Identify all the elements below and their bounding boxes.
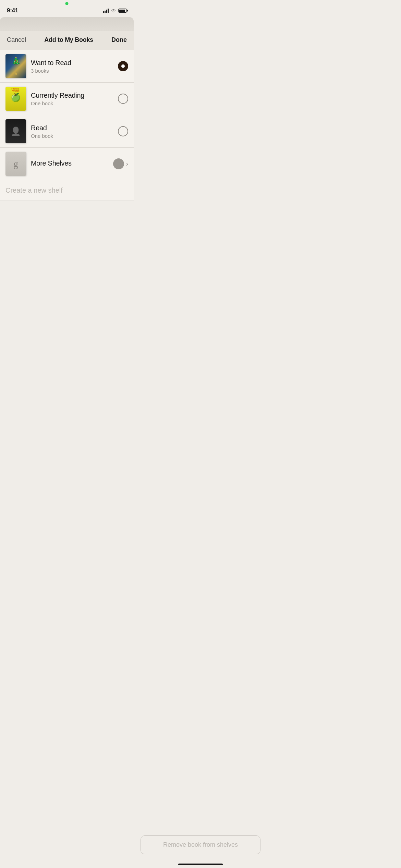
status-bar: 9:41 bbox=[0, 0, 134, 17]
shelf-name-want-to-read: Want to Read bbox=[31, 59, 118, 67]
shelf-item-currently-reading[interactable]: FREAKO-NOMICS 🍏 Currently Reading One bo… bbox=[0, 83, 134, 115]
shelf-radio-more-shelves[interactable] bbox=[113, 158, 124, 169]
empty-content-area bbox=[0, 201, 134, 338]
battery-icon bbox=[118, 9, 127, 13]
shelf-thumbnail-want-to-read bbox=[5, 54, 26, 78]
wifi-icon bbox=[111, 9, 116, 13]
shelf-name-more-shelves: More Shelves bbox=[31, 159, 72, 167]
shelf-radio-want-to-read[interactable] bbox=[118, 61, 128, 71]
create-shelf-row[interactable]: Create a new shelf bbox=[0, 180, 134, 201]
shelf-count-currently-reading: One book bbox=[31, 100, 118, 106]
shelf-count-want-to-read: 3 books bbox=[31, 68, 118, 74]
chevron-right-icon: › bbox=[126, 160, 128, 168]
green-dot-indicator bbox=[65, 2, 69, 5]
shelf-thumbnail-more-shelves: g bbox=[5, 152, 26, 176]
cancel-button[interactable]: Cancel bbox=[7, 36, 26, 44]
done-button[interactable]: Done bbox=[111, 36, 127, 44]
status-icons bbox=[103, 9, 127, 13]
shelf-info-currently-reading: Currently Reading One book bbox=[31, 92, 118, 106]
create-shelf-input[interactable]: Create a new shelf bbox=[5, 186, 63, 194]
shelf-name-read: Read bbox=[31, 124, 118, 132]
shelf-thumbnail-read: 👤 bbox=[5, 119, 26, 143]
shelf-info-want-to-read: Want to Read 3 books bbox=[31, 59, 118, 74]
shelf-info-read: Read One book bbox=[31, 124, 118, 139]
shelf-name-currently-reading: Currently Reading bbox=[31, 92, 118, 99]
shelf-count-read: One book bbox=[31, 133, 118, 139]
signal-icon bbox=[103, 9, 109, 13]
status-time: 9:41 bbox=[7, 7, 18, 14]
page-title: Add to My Books bbox=[44, 36, 93, 44]
shelf-item-more-shelves[interactable]: g More Shelves › bbox=[0, 148, 134, 180]
shelf-list: Want to Read 3 books FREAKO-NOMICS 🍏 Cur… bbox=[0, 50, 134, 180]
shelf-radio-read[interactable] bbox=[118, 126, 128, 136]
shelf-radio-currently-reading[interactable] bbox=[118, 94, 128, 104]
shelf-item-want-to-read[interactable]: Want to Read 3 books bbox=[0, 50, 134, 83]
shelf-info-more-shelves: More Shelves bbox=[31, 159, 113, 168]
shelf-item-read[interactable]: 👤 Read One book bbox=[0, 115, 134, 148]
navigation-bar: Cancel Add to My Books Done bbox=[0, 31, 134, 50]
shelf-thumbnail-currently-reading: FREAKO-NOMICS 🍏 bbox=[5, 87, 26, 111]
blurred-background-top bbox=[0, 17, 134, 31]
